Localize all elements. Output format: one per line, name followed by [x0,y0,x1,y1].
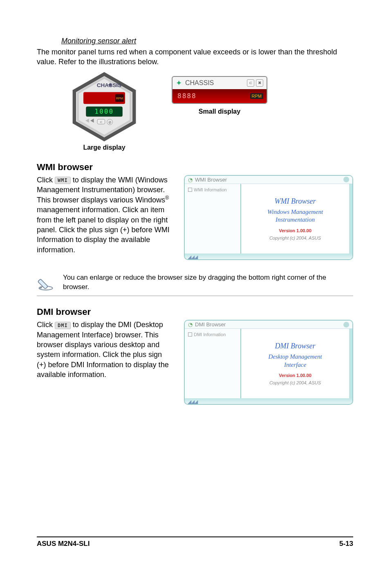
dmi-tree-root[interactable]: DMI Information [194,332,226,337]
wmi-paragraph: Click WMI to display the WMI (Windows Ma… [37,175,172,255]
dmi-copyright: Copyright (c) 2004, ASUS [269,380,321,385]
wmi-version: Version 1.00.00 [279,228,312,233]
wmi-tree-panel[interactable]: WMI Information [185,184,241,254]
dmi-heading: DMI browser [37,307,353,317]
dmi-para-post: to display the DMI (Desktop Management I… [37,321,169,378]
small-display-panel: ✦ CHASSIS ⊂ ✖ 8888 RPM [172,76,267,104]
rpm-label: RPM [250,93,263,99]
window-icon: ◔ [188,177,193,183]
note-row: You can enlarge or reduce the browser si… [37,269,353,296]
wmi-window-title: WMI Browser [195,177,227,183]
dmi-para-pre: Click [37,321,55,329]
small-display-title: CHASSIS [185,79,214,87]
dmi-browser-window: ◔ DMI Browser DMI Information DMI Browse… [184,320,353,405]
sensor-alert-heading: Monitoring sensor alert [61,37,353,45]
dmi-version: Version 1.00.00 [279,373,312,378]
wmi-main-subtitle: Windows ManagementInstrumentation [267,208,323,224]
large-display-caption: Large display [69,144,139,151]
dmi-main-subtitle: Desktop ManagementInterface [268,353,322,369]
wmi-tree-root[interactable]: WMI Information [194,187,227,192]
wmi-button[interactable]: WMI [55,177,71,184]
small-display-caption: Small display [172,108,267,115]
dmi-paragraph: Click DMI to display the DMI (Desktop Ma… [37,320,172,379]
footer-left: ASUS M2N4-SLI [37,540,90,548]
dmi-window-title: DMI Browser [195,321,226,328]
dmi-tree-panel[interactable]: DMI Information [185,329,241,398]
window-icon: ◔ [188,321,193,328]
wmi-para-pre: Click [37,176,55,184]
footer-right: 5-13 [339,540,353,548]
wmi-main-panel: WMI Browser Windows ManagementInstrument… [241,184,352,254]
dmi-main-panel: DMI Browser Desktop ManagementInterface … [241,329,352,398]
small-display-digits: 8888 [177,92,197,100]
tree-expand-icon[interactable] [188,332,192,337]
reg-mark: ® [165,195,169,201]
wmi-main-title: WMI Browser [275,197,316,206]
dmi-button[interactable]: DMI [55,322,71,329]
svg-text:⊘: ⊘ [108,120,112,124]
displays-row: ✦ CHASSIS RPM 1000 ⊘ ⊂ [69,72,353,151]
wmi-heading: WMI browser [37,162,353,173]
pencil-icon [37,273,55,291]
close-icon[interactable]: ✖ [256,79,263,87]
window-close-icon[interactable] [343,177,349,182]
wmi-para-tail: management information. Click an item fr… [37,206,170,254]
svg-text:RPM: RPM [116,97,123,100]
dmi-main-title: DMI Browser [275,342,316,350]
expand-icon[interactable]: ⊂ [247,79,254,87]
window-close-icon[interactable] [343,322,349,328]
svg-text:⊂: ⊂ [100,120,103,124]
hex-large-display: ✦ CHASSIS RPM 1000 ⊘ ⊂ [69,72,139,141]
note-text: You can enlarge or reduce the browser si… [63,273,353,292]
page-footer: ASUS M2N4-SLI 5-13 [37,536,353,548]
wmi-copyright: Copyright (c) 2004, ASUS [269,236,321,240]
fan-icon: ✦ [176,79,182,88]
sensor-alert-para: The monitor panel turns red when a compo… [37,47,353,67]
resize-grip-icon[interactable]: ◢◢◢ [186,398,196,405]
tree-expand-icon[interactable] [188,188,192,192]
resize-grip-icon[interactable]: ◢◢◢ [186,254,196,260]
svg-text:1000: 1000 [94,108,114,115]
wmi-browser-window: ◔ WMI Browser WMI Information WMI Browse… [184,175,353,260]
svg-text:CHASSIS: CHASSIS [97,82,121,88]
